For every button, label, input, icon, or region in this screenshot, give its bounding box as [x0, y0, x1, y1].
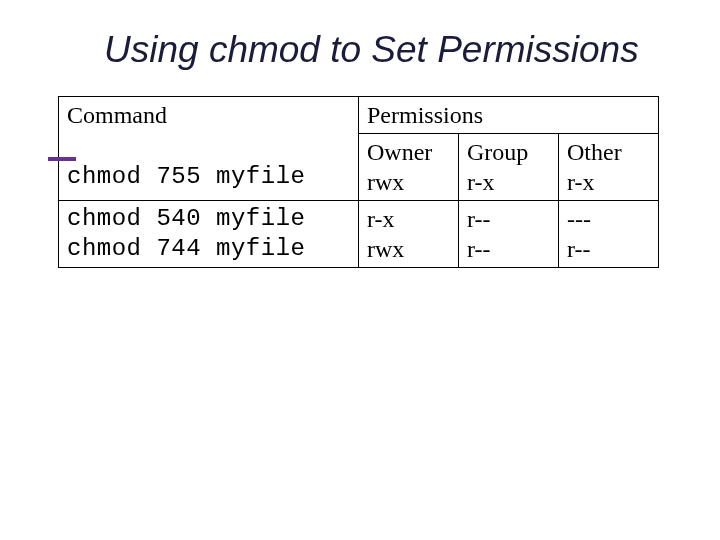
cell-owner: r-x rwx: [359, 201, 459, 268]
subheader-group: Group: [467, 139, 528, 165]
cell-value: chmod 540 myfile: [67, 205, 305, 232]
subheader-other: Other: [567, 139, 622, 165]
table-row: Command chmod 755 myfile Permissions: [59, 97, 659, 134]
page-title: Using chmod to Set Permissions: [48, 28, 680, 72]
cell-command: chmod 540 myfile chmod 744 myfile: [59, 201, 359, 268]
cell-other: Other r-x: [559, 134, 659, 201]
cell-value: r-x: [367, 206, 395, 232]
cell-value: r-x: [567, 169, 595, 195]
cell-value: r--: [467, 206, 491, 232]
permissions-table: Command chmod 755 myfile Permissions Own…: [58, 96, 659, 268]
cell-value: ---: [567, 206, 591, 232]
slide: Using chmod to Set Permissions Command c…: [0, 0, 720, 540]
col-header-command: Command chmod 755 myfile: [59, 97, 359, 201]
cell-group: r-- r--: [459, 201, 559, 268]
cell-group: Group r-x: [459, 134, 559, 201]
cell-value: chmod 744 myfile: [67, 235, 305, 262]
cell-value: r--: [467, 236, 491, 262]
cell-owner: Owner rwx: [359, 134, 459, 201]
accent-bar: [48, 157, 76, 161]
cell-value: rwx: [367, 169, 404, 195]
col-header-permissions: Permissions: [359, 97, 659, 134]
cell-command: chmod 755 myfile: [67, 163, 305, 190]
subheader-owner: Owner: [367, 139, 432, 165]
cell-value: rwx: [367, 236, 404, 262]
header-command-label: Command: [67, 102, 167, 128]
table-row: chmod 540 myfile chmod 744 myfile r-x rw…: [59, 201, 659, 268]
cell-value: r--: [567, 236, 591, 262]
cell-value: r-x: [467, 169, 495, 195]
cell-other: --- r--: [559, 201, 659, 268]
